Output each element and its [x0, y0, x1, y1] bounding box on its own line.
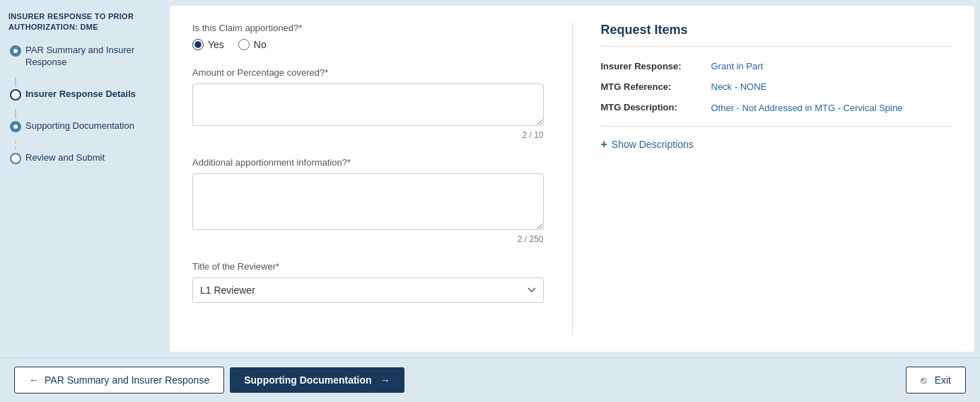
claim-apportioned-label: Is this Claim apportioned?*	[192, 23, 544, 33]
mtg-reference-row: MTG Reference: Neck - NONE	[601, 81, 952, 92]
reviewer-title-label: Title of the Reviewer*	[192, 261, 544, 272]
radio-yes[interactable]	[192, 39, 204, 50]
insurer-response-row: Insurer Response: Grant in Part	[601, 61, 952, 71]
radio-no-label[interactable]: No	[254, 39, 267, 50]
insurer-response-value: Grant in Part	[711, 61, 764, 71]
mtg-reference-label: MTG Reference:	[601, 81, 700, 92]
arrow-right-icon	[378, 374, 390, 386]
sidebar-label-supporting-docs: Supporting Documentation	[25, 120, 134, 132]
sidebar-item-insurer-response-details[interactable]: Insurer Response Details	[8, 88, 161, 100]
exit-icon	[921, 374, 929, 386]
additional-info-char-count: 2 / 250	[192, 234, 544, 244]
reviewer-title-select[interactable]: L1 Reviewer L2 Reviewer Medical Director…	[192, 277, 544, 303]
main-content: Is this Claim apportioned?* Yes No	[170, 6, 974, 352]
back-button[interactable]: PAR Summary and Insurer Response	[14, 367, 224, 394]
sidebar-item-supporting-docs[interactable]: Supporting Documentation	[8, 120, 161, 132]
amount-group: Amount or Percentage covered?* 2 / 10	[192, 67, 544, 140]
additional-info-group: Additional apportionment information?* 2…	[192, 157, 544, 244]
next-button-label: Supporting Documentation	[244, 374, 371, 386]
connector-1	[15, 77, 16, 87]
arrow-left-icon	[29, 374, 39, 386]
show-descriptions-label: Show Descriptions	[612, 139, 694, 150]
sidebar: INSURER RESPONSE TO PRIOR AUTHORIZATION:…	[0, 0, 170, 357]
radio-yes-option[interactable]: Yes	[192, 39, 224, 50]
show-descriptions-plus-icon: +	[601, 138, 607, 151]
sidebar-title: INSURER RESPONSE TO PRIOR AUTHORIZATION:…	[8, 11, 161, 33]
radio-no[interactable]	[238, 39, 250, 50]
claim-apportioned-radio-group: Yes No	[192, 39, 544, 50]
sidebar-bullet-review-submit	[10, 153, 21, 164]
connector-3	[15, 141, 16, 151]
sidebar-item-par-summary[interactable]: PAR Summary and Insurer Response	[8, 45, 161, 69]
sidebar-label-par-summary: PAR Summary and Insurer Response	[25, 45, 161, 69]
back-button-label: PAR Summary and Insurer Response	[45, 374, 209, 386]
amount-textarea[interactable]	[192, 84, 544, 126]
sidebar-bullet-insurer-details	[10, 89, 21, 100]
exit-button-label: Exit	[935, 374, 951, 386]
next-button[interactable]: Supporting Documentation	[230, 367, 404, 393]
radio-no-option[interactable]: No	[238, 39, 267, 50]
additional-info-label: Additional apportionment information?*	[192, 157, 544, 168]
footer: PAR Summary and Insurer Response Support…	[0, 357, 980, 402]
insurer-response-label: Insurer Response:	[601, 61, 700, 71]
reviewer-title-group: Title of the Reviewer* L1 Reviewer L2 Re…	[192, 261, 544, 303]
sidebar-item-review-submit[interactable]: Review and Submit	[8, 152, 161, 164]
request-items-panel: Request Items Insurer Response: Grant in…	[572, 23, 952, 335]
sidebar-label-review-submit: Review and Submit	[25, 152, 105, 164]
sidebar-bullet-par-summary	[10, 45, 21, 57]
amount-char-count: 2 / 10	[192, 130, 544, 140]
additional-info-textarea[interactable]	[192, 173, 544, 230]
exit-button[interactable]: Exit	[906, 367, 966, 394]
show-descriptions-button[interactable]: + Show Descriptions	[601, 138, 952, 151]
radio-yes-label[interactable]: Yes	[208, 39, 224, 50]
panel-divider	[601, 126, 952, 127]
claim-apportioned-group: Is this Claim apportioned?* Yes No	[192, 23, 544, 50]
request-items-title: Request Items	[601, 23, 952, 47]
mtg-reference-value: Neck - NONE	[711, 81, 767, 92]
connector-2	[15, 109, 16, 119]
amount-label: Amount or Percentage covered?*	[192, 67, 544, 78]
mtg-description-label: MTG Description:	[601, 102, 700, 113]
mtg-description-value: Other - Not Addressed in MTG - Cervical …	[711, 102, 903, 115]
sidebar-label-insurer-details: Insurer Response Details	[25, 88, 136, 100]
footer-nav: PAR Summary and Insurer Response Support…	[14, 367, 404, 394]
form-section: Is this Claim apportioned?* Yes No	[192, 23, 544, 335]
sidebar-bullet-supporting-docs	[10, 121, 21, 132]
mtg-description-row: MTG Description: Other - Not Addressed i…	[601, 102, 952, 115]
